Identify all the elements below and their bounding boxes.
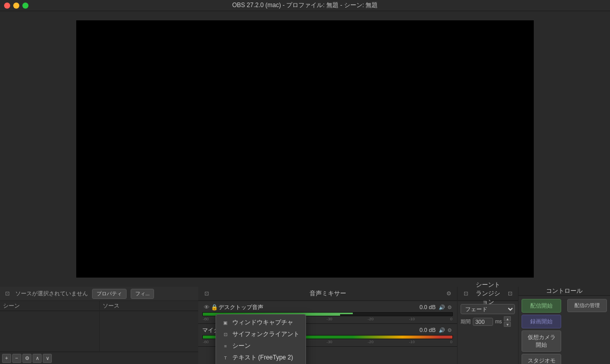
scene-icon: ≡ <box>222 343 229 350</box>
source-icon: ⊡ <box>3 290 11 298</box>
maximize-button[interactable] <box>22 3 28 9</box>
mixer-title: 音声ミキサー <box>214 289 442 298</box>
add-source-menu[interactable]: ▣ ウィンドウキャプチャ ⊡ サイフォンクライアント ≡ シーン T テキスト … <box>216 314 306 364</box>
move-down-button[interactable]: ∨ <box>43 354 52 363</box>
menu-item-siphon-client-label: サイフォンクライアント <box>232 330 299 339</box>
window-capture-icon: ▣ <box>222 319 229 326</box>
control-header: コントロール <box>518 287 610 296</box>
transition-type-select[interactable]: フェード <box>461 304 515 314</box>
virtual-camera-button[interactable]: 仮想カメラ開始 <box>522 330 561 352</box>
source-info-bar: ⊡ ソースが選択されていません プロパティ フィ... <box>0 287 198 301</box>
mixer-settings-icon[interactable]: ⚙ <box>445 290 453 298</box>
record-start-button[interactable]: 録画開始 <box>522 315 561 328</box>
mixer-icon: ⊡ <box>202 290 210 298</box>
source-column-label: ソース <box>103 302 119 309</box>
eye-icon-desktop[interactable]: 👁 <box>202 303 210 311</box>
menu-item-scene[interactable]: ≡ シーン <box>216 340 306 352</box>
source-settings-button[interactable]: ⚙ <box>22 354 32 363</box>
stream-start-button[interactable]: 配信開始 <box>522 299 561 313</box>
preview-canvas <box>76 20 534 278</box>
lock-icon-desktop[interactable]: 🔒 <box>210 303 219 311</box>
menu-item-window-capture[interactable]: ▣ ウィンドウキャプチャ <box>216 317 306 328</box>
desktop-audio-label: デスクトップ音声 <box>219 304 419 311</box>
mic-settings-btn[interactable]: ⚙ <box>446 326 453 333</box>
add-source-button[interactable]: + <box>2 354 11 363</box>
source-list[interactable] <box>100 311 199 351</box>
desktop-mute-btn[interactable]: 🔊 <box>438 303 446 311</box>
transition-icon: ⊡ <box>462 290 470 298</box>
menu-item-siphon-client[interactable]: ⊡ サイフォンクライアント <box>216 328 306 340</box>
transition-content: フェード 期間 ms ▲ ▼ <box>458 301 518 330</box>
studio-mode-button[interactable]: スタジオモード <box>522 354 561 364</box>
desktop-settings-btn[interactable]: ⚙ <box>446 304 453 311</box>
scene-list[interactable] <box>0 311 99 351</box>
mic-mute-btn[interactable]: 🔊 <box>438 326 446 334</box>
text-freetype2-icon: T <box>222 354 229 361</box>
filter-button[interactable]: フィ... <box>131 289 154 299</box>
properties-button[interactable]: プロパティ <box>92 289 127 299</box>
control-buttons-left: 配信開始 録画開始 仮想カメラ開始 スタジオモード 設定 終了 <box>518 296 564 364</box>
duration-up-btn[interactable]: ▲ <box>504 316 511 321</box>
preview-area <box>0 11 610 287</box>
duration-label: 期間 <box>461 318 471 325</box>
menu-item-scene-label: シーン <box>232 342 251 350</box>
duration-stepper[interactable]: ▲ ▼ <box>504 316 511 327</box>
window-title: OBS 27.2.0 (mac) - プロファイル: 無題 - シーン: 無題 <box>232 1 378 10</box>
duration-unit: ms <box>495 319 502 324</box>
scene-source-panel: ⊡ ソースが選択されていません プロパティ フィ... シーン ソース <box>0 287 198 364</box>
control-panel: コントロール 配信開始 録画開始 仮想カメラ開始 スタジオモード 設定 終了 配… <box>518 287 610 364</box>
duration-input[interactable] <box>473 318 493 326</box>
remove-source-button[interactable]: − <box>12 354 21 363</box>
transition-duration-row: 期間 ms ▲ ▼ <box>461 316 515 327</box>
mic-db: 0.0 dB <box>419 327 436 333</box>
transition-panel: ⊡ シーントランジション ⊡ フェード 期間 ms ▲ ▼ <box>458 287 518 364</box>
control-title: コントロール <box>523 287 606 295</box>
source-info-text: ソースが選択されていません <box>15 290 88 297</box>
move-up-button[interactable]: ∧ <box>33 354 42 363</box>
scene-column-label: シーン <box>3 302 20 309</box>
bottom-toolbar: + − ⚙ ∧ ∨ <box>0 352 198 364</box>
transition-header: ⊡ シーントランジション ⊡ <box>458 287 518 301</box>
bottom-panels: ⊡ ソースが選択されていません プロパティ フィ... シーン ソース <box>0 287 610 364</box>
mixer-header: ⊡ 音声ミキサー ⚙ <box>198 287 457 301</box>
menu-item-text-freetype2[interactable]: T テキスト (FreeType 2) <box>216 352 306 363</box>
minimize-button[interactable] <box>13 3 19 9</box>
manage-stream-button[interactable]: 配信の管理 <box>567 299 607 312</box>
siphon-client-icon: ⊡ <box>222 331 229 338</box>
window-controls[interactable] <box>4 3 28 9</box>
menu-item-window-capture-label: ウィンドウキャプチャ <box>232 318 293 327</box>
track-header-desktop: 👁 🔒 デスクトップ音声 0.0 dB 🔊 ⚙ <box>202 303 453 311</box>
titlebar: OBS 27.2.0 (mac) - プロファイル: 無題 - シーン: 無題 <box>0 0 610 11</box>
duration-down-btn[interactable]: ▼ <box>504 322 511 327</box>
close-button[interactable] <box>4 3 10 9</box>
menu-item-text-freetype2-label: テキスト (FreeType 2) <box>232 353 293 362</box>
desktop-audio-db: 0.0 dB <box>419 304 436 310</box>
transition-config-icon[interactable]: ⊡ <box>506 290 514 298</box>
